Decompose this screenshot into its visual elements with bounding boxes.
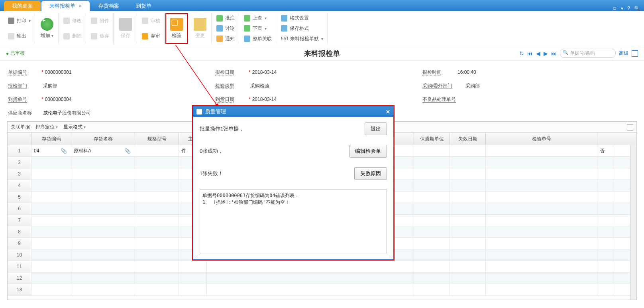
lookup-button[interactable]: 上查: [242, 14, 274, 23]
table-row[interactable]: 11: [8, 261, 636, 272]
change-button[interactable]: 变更: [189, 13, 212, 44]
save-icon: [119, 18, 132, 31]
tab-stock-archive[interactable]: 存货档案: [90, 1, 127, 11]
print-button[interactable]: 打印: [6, 16, 33, 26]
search-input[interactable]: 单据号/条码: [560, 49, 616, 58]
table-row[interactable]: 13: [8, 284, 636, 296]
notify-icon: [216, 36, 223, 42]
audit-button[interactable]: 审核: [140, 16, 162, 26]
abandon-audit-button[interactable]: 弃审: [140, 32, 162, 41]
search-icon[interactable]: 🔍: [634, 6, 640, 11]
refresh-icon[interactable]: ↻: [519, 50, 524, 57]
relate-doc-button[interactable]: 关联单据: [11, 124, 30, 130]
abandon-icon: [142, 33, 148, 39]
edit-inspect-button[interactable]: 编辑检验单: [349, 145, 387, 158]
tab-label: 来料报检单: [49, 2, 75, 10]
modal-icon: [196, 109, 202, 115]
doc-no-value: 0000000001: [45, 69, 72, 75]
help-icon[interactable]: ?: [627, 6, 630, 11]
dept-value: 采购部: [43, 83, 57, 89]
supplier-value: 威伦电子股份有限公司: [43, 110, 91, 116]
doc-no-label: 单据编号: [8, 69, 40, 76]
delete-button[interactable]: 删除: [61, 32, 84, 41]
export-icon: [8, 33, 14, 39]
inspect-date-label: 报检日期: [215, 69, 247, 76]
defect-no-label: 不良品处理单号: [422, 96, 462, 103]
annotate-button[interactable]: 批注: [214, 14, 237, 23]
discard-button[interactable]: 放弃: [89, 32, 111, 41]
clip-icon: 📎: [61, 148, 67, 154]
col-shelf-unit[interactable]: 保质期单位: [414, 133, 450, 145]
discard-icon: [91, 33, 97, 39]
arrival-no-value: 0000000004: [45, 97, 72, 102]
arrival-date-value: 2018-03-14: [252, 97, 277, 102]
save-button[interactable]: 保存: [114, 13, 137, 44]
smile-icon[interactable]: ☺: [612, 6, 617, 11]
col-stock-code[interactable]: 存货编码: [31, 133, 71, 145]
link-icon: [244, 36, 250, 42]
panel-toggle-icon[interactable]: [632, 50, 638, 57]
quality-modal: 质量管理 ✕ 批量操作1张单据， 退出 0张成功， 编辑检验单 1张失败！ 失败…: [193, 106, 394, 260]
default-551-button[interactable]: 551 来料报检单默: [279, 34, 325, 43]
close-icon[interactable]: ✕: [386, 109, 390, 115]
inspect-type-value: 采购检验: [250, 83, 269, 89]
add-button[interactable]: 增加: [36, 13, 59, 44]
first-icon[interactable]: ⏮: [527, 50, 533, 57]
inspect-icon: [170, 18, 183, 31]
next-icon[interactable]: ▶: [544, 50, 548, 57]
arrival-date-label: 到货日期: [215, 96, 247, 103]
modal-msg-1: 批量操作1张单据，: [200, 125, 244, 132]
trash-icon: [63, 33, 70, 39]
modal-msg-2: 0张成功，: [200, 148, 223, 155]
last-icon[interactable]: ⏭: [551, 50, 557, 57]
discuss-icon: [216, 25, 223, 32]
stamp-icon: [142, 18, 148, 24]
scrollbar[interactable]: [630, 145, 636, 300]
modal-error-log[interactable]: [200, 190, 387, 253]
inspect-time-label: 报检时间: [422, 69, 454, 76]
modal-msg-3: 1张失败！: [200, 170, 223, 177]
sort-button[interactable]: 排序定位: [35, 124, 58, 130]
modal-titlebar[interactable]: 质量管理 ✕: [193, 107, 393, 117]
prev-icon[interactable]: ◀: [536, 50, 540, 57]
discuss-button[interactable]: 讨论: [214, 24, 237, 33]
modify-button[interactable]: 修改: [61, 16, 84, 26]
export-button[interactable]: 输出: [6, 32, 33, 41]
format-set-button[interactable]: 格式设置: [279, 14, 325, 23]
inspect-type-label: 检验类型: [215, 83, 247, 89]
inspect-date-value: 2018-03-14: [252, 69, 277, 75]
save-format-button[interactable]: 保存格式: [279, 24, 325, 33]
inspect-button[interactable]: 检验: [165, 13, 188, 44]
lookdown-button[interactable]: 下查: [242, 24, 274, 33]
tab-inspection-bill[interactable]: 来料报检单 ×: [41, 1, 90, 11]
col-stock-name[interactable]: 存货名称: [71, 133, 135, 145]
ribbon-toolbar: 打印 输出 增加 修改 删除 附件 放弃 保存 审核 弃审 检验 变更 批注 讨…: [0, 11, 644, 46]
caret-down-icon[interactable]: ▾: [621, 6, 623, 11]
tab-bar: 我的桌面 来料报检单 × 存货档案 到货单 ☺ ▾ ? 🔍: [0, 0, 644, 11]
col-spec[interactable]: 规格型号: [135, 133, 179, 145]
display-button[interactable]: 显示格式: [63, 124, 86, 130]
inspect-time-value: 16:00:40: [457, 69, 476, 75]
tab-my-desktop[interactable]: 我的桌面: [4, 1, 41, 11]
advanced-link[interactable]: 高级: [619, 50, 628, 57]
exit-button[interactable]: 退出: [365, 122, 387, 135]
purchase-dept-label: 采购/委外部门: [422, 83, 462, 89]
table-row[interactable]: 12: [8, 272, 636, 284]
fail-reason-button[interactable]: 失败原因: [354, 167, 387, 180]
col-expire-date[interactable]: 失效日期: [450, 133, 486, 145]
change-icon: [194, 18, 206, 31]
relate-all-button[interactable]: 整单关联: [242, 34, 274, 43]
attach-button[interactable]: 附件: [89, 16, 111, 26]
close-icon[interactable]: ×: [79, 3, 82, 9]
notify-button[interactable]: 通知: [214, 34, 237, 43]
down-icon: [244, 25, 250, 32]
status-badge: 已审核: [6, 50, 25, 57]
tab-arrival-bill[interactable]: 到货单: [128, 1, 159, 11]
clip-icon: [91, 18, 97, 24]
dept-label: 报检部门: [8, 83, 40, 89]
annotate-icon: [216, 15, 223, 22]
grid-panel-icon[interactable]: [627, 124, 633, 130]
supplier-label: 供应商名称: [8, 110, 40, 116]
col-inspect-no[interactable]: 检验单号: [486, 133, 597, 145]
up-icon: [244, 15, 250, 22]
